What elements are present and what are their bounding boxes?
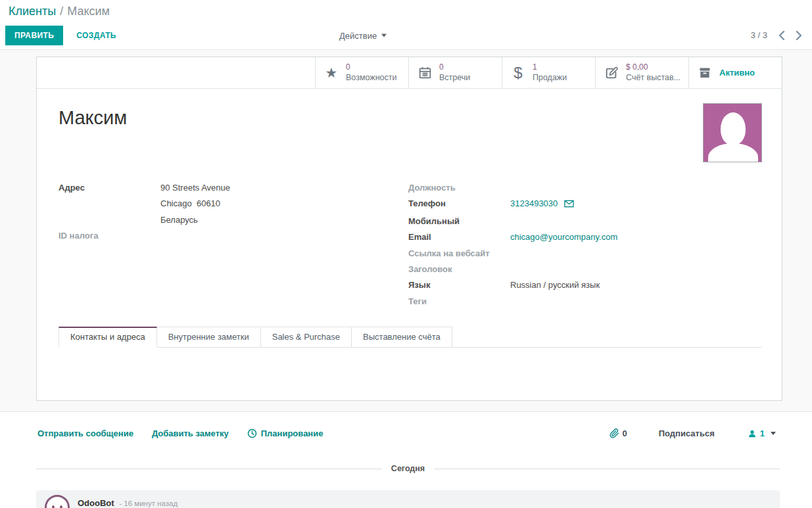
chevron-left-icon[interactable] bbox=[778, 30, 785, 41]
message-header: OdooBot - 16 минут назад bbox=[78, 498, 178, 508]
stat-button-meetings[interactable]: 0 Встречи bbox=[408, 57, 502, 88]
stat-value: $ 0,00 bbox=[626, 62, 681, 73]
stat-value: 0 bbox=[346, 62, 396, 73]
stat-value: 0 bbox=[439, 62, 470, 73]
chatter: Отправить сообщение Добавить заметку Пла… bbox=[0, 412, 812, 508]
tab-contacts-addresses[interactable]: Контакты и адреса bbox=[59, 327, 157, 348]
breadcrumb: Клиенты/Максим bbox=[0, 0, 812, 21]
calendar-icon bbox=[417, 66, 433, 80]
stat-button-active[interactable]: Активно bbox=[688, 57, 782, 88]
pager: 3 / 3 bbox=[751, 30, 803, 41]
field-label: Адрес bbox=[59, 180, 160, 196]
envelope-icon[interactable] bbox=[564, 200, 574, 210]
field-label: Мобильный bbox=[408, 214, 510, 229]
record-title: Максим bbox=[59, 107, 762, 129]
stat-button-sales[interactable]: $ 1 Продажи bbox=[502, 57, 595, 88]
phone-link[interactable]: 3123493030 bbox=[510, 198, 558, 208]
notebook-tabs: Контакты и адреса Внутренние заметки Sal… bbox=[59, 327, 762, 348]
stat-button-opportunities[interactable]: ★ 0 Возможности bbox=[315, 57, 408, 88]
stat-label: Встречи bbox=[439, 72, 470, 83]
schedule-activity-button[interactable]: Планирование bbox=[247, 428, 323, 438]
action-dropdown[interactable]: Действие bbox=[339, 30, 387, 40]
field-tax-id: ID налога bbox=[59, 228, 408, 244]
follow-button[interactable]: Подписаться bbox=[655, 428, 719, 439]
field-label: Заголовок bbox=[408, 262, 510, 277]
send-message-button[interactable]: Отправить сообщение bbox=[37, 428, 133, 438]
field-tags: Теги bbox=[408, 294, 762, 310]
field-phone: Телефон 3123493030 bbox=[408, 196, 762, 213]
field-label: Язык bbox=[408, 277, 510, 293]
form-sheet: ★ 0 Возможности 0 Встречи $ bbox=[36, 57, 782, 401]
tab-sales-purchase[interactable]: Sales & Purchase bbox=[261, 327, 352, 348]
field-value: 90 Streets Avenue bbox=[160, 180, 230, 196]
follower-count: 1 bbox=[760, 428, 765, 438]
date-divider: Сегодня bbox=[36, 464, 780, 473]
clock-icon bbox=[247, 428, 257, 438]
message-timestamp: - 16 минут назад bbox=[119, 499, 178, 507]
paperclip-icon bbox=[609, 428, 619, 438]
field-language: Язык Russian / русский язык bbox=[408, 277, 762, 293]
sheet-body: Максим Адрес 90 Streets Avenue bbox=[37, 89, 782, 348]
field-label: Телефон bbox=[408, 196, 510, 213]
tab-internal-notes[interactable]: Внутренние заметки bbox=[157, 327, 261, 348]
invoice-edit-icon bbox=[604, 66, 619, 80]
stat-label: Возможности bbox=[346, 72, 396, 83]
stat-value: 1 bbox=[533, 62, 567, 73]
field-value: Chicago 60610 bbox=[160, 196, 220, 212]
field-address: Адрес 90 Streets Avenue bbox=[59, 180, 408, 196]
form-background: ★ 0 Возможности 0 Встречи $ bbox=[0, 50, 812, 412]
field-label: Должность bbox=[408, 180, 510, 196]
log-note-button[interactable]: Добавить заметку bbox=[152, 428, 229, 438]
create-button[interactable]: СОЗДАТЬ bbox=[72, 26, 120, 45]
message-author: OdooBot bbox=[78, 498, 114, 508]
chevron-down-icon bbox=[381, 34, 387, 37]
field-column-right: Должность Телефон 3123493030 Мобильный bbox=[408, 180, 762, 310]
pager-count: 3 / 3 bbox=[751, 30, 767, 40]
field-label: Email bbox=[408, 229, 510, 245]
stat-button-invoiced[interactable]: $ 0,00 Счёт выстав... bbox=[595, 57, 688, 88]
field-job: Должность bbox=[408, 180, 762, 196]
field-email: Email chicago@yourcompany.com bbox=[408, 229, 762, 245]
field-value: Russian / русский язык bbox=[510, 277, 600, 293]
field-website: Ссылка на вебсайт bbox=[408, 246, 762, 262]
field-label: Ссылка на вебсайт bbox=[408, 246, 510, 262]
attachments-button[interactable]: 0 bbox=[609, 428, 627, 438]
chatter-toolbar: Отправить сообщение Добавить заметку Пла… bbox=[0, 412, 812, 439]
chevron-right-icon[interactable] bbox=[796, 30, 803, 41]
message-item: OdooBot - 16 минут назад bbox=[36, 490, 780, 508]
person-silhouette-icon bbox=[721, 112, 746, 145]
person-icon bbox=[748, 429, 757, 438]
breadcrumb-current: Максим bbox=[67, 5, 110, 18]
stat-button-row: ★ 0 Возможности 0 Встречи $ bbox=[37, 57, 782, 89]
followers-button[interactable]: 1 bbox=[744, 428, 780, 439]
action-dropdown-label: Действие bbox=[339, 30, 377, 40]
odoo-contact-form-page: Клиенты/Максим ПРАВИТЬ СОЗДАТЬ Действие … bbox=[0, 0, 812, 508]
stat-label-active: Активно bbox=[719, 68, 755, 78]
edit-button[interactable]: ПРАВИТЬ bbox=[5, 26, 63, 45]
date-divider-label: Сегодня bbox=[382, 464, 434, 473]
breadcrumb-parent-link[interactable]: Клиенты bbox=[9, 5, 56, 18]
odoobot-avatar bbox=[45, 495, 70, 508]
email-link[interactable]: chicago@yourcompany.com bbox=[510, 232, 617, 242]
field-mobile: Мобильный bbox=[408, 214, 762, 229]
field-heading: Заголовок bbox=[408, 262, 762, 277]
contact-avatar bbox=[703, 103, 762, 162]
field-label: ID налога bbox=[59, 228, 160, 244]
stat-label: Продажи bbox=[533, 72, 567, 83]
breadcrumb-separator: / bbox=[60, 5, 63, 18]
attachment-count: 0 bbox=[623, 428, 627, 438]
field-value: Беларусь bbox=[160, 212, 198, 228]
chevron-down-icon bbox=[771, 432, 776, 435]
field-column-left: Адрес 90 Streets Avenue Chicago 60610 Бе… bbox=[59, 180, 408, 310]
field-label: Теги bbox=[408, 294, 510, 310]
field-grid: Адрес 90 Streets Avenue Chicago 60610 Бе… bbox=[59, 180, 762, 310]
stat-label: Счёт выстав... bbox=[626, 72, 681, 83]
control-bar: ПРАВИТЬ СОЗДАТЬ Действие 3 / 3 bbox=[0, 21, 812, 50]
archive-icon bbox=[697, 66, 713, 80]
tab-invoicing[interactable]: Выставление счёта bbox=[352, 327, 452, 348]
star-icon: ★ bbox=[323, 66, 339, 80]
dollar-icon: $ bbox=[510, 65, 526, 81]
